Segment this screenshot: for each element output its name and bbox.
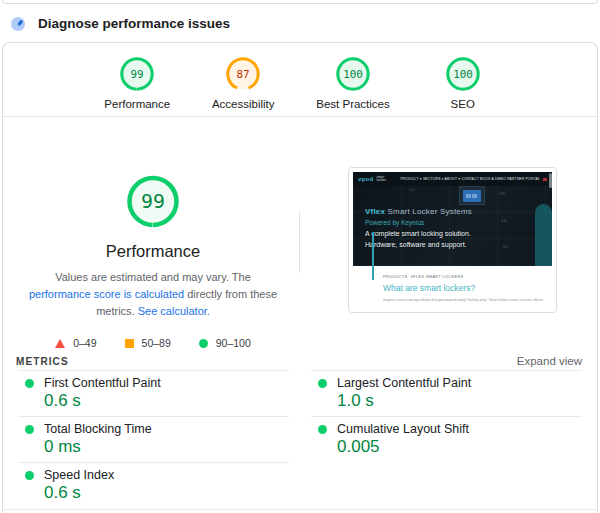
touchscreen-display <box>463 190 481 202</box>
fail-triangle-icon <box>55 339 65 348</box>
metric-cumulative-layout-shift: Cumulative Layout Shift 0.005 <box>311 416 582 462</box>
legend-item-average: 50–89 <box>125 337 171 349</box>
metric-value: 0.005 <box>337 437 582 457</box>
legend-range: 90–100 <box>216 337 251 349</box>
metrics-header: METRICS Expand view <box>3 349 597 370</box>
svg-text:100: 100 <box>453 68 473 81</box>
metric-name: Speed Index <box>44 468 114 482</box>
pagespeed-report: Diagnose performance issues 99 Performan… <box>0 0 600 513</box>
metrics-grid: First Contentful Paint 0.6 s Total Block… <box>3 370 597 508</box>
metric-value: 0 ms <box>44 437 289 457</box>
metrics-column-left: First Contentful Paint 0.6 s Total Block… <box>18 370 289 508</box>
metrics-label: METRICS <box>16 356 69 367</box>
site-logo-suffix: smart lockers <box>377 176 391 182</box>
site-hero: 021 035 036 037 Vflex Smart Locker Syste… <box>353 186 552 266</box>
average-square-icon <box>125 339 134 348</box>
site-breadcrumb: PRODUCTS: VFLEX SMART LOCKERS <box>383 275 552 279</box>
performance-score-gauge: 99 <box>117 175 189 228</box>
hero-subtitle: Powered by Keynius <box>365 219 472 226</box>
report-card: 99 Performance 87 Accessibility 100 Bes <box>2 42 598 513</box>
gauge-ring: 100 <box>444 55 482 93</box>
score-gauge-accessibility[interactable]: 87 Accessibility <box>210 55 276 110</box>
pass-dot-icon <box>25 471 34 480</box>
metric-name: Total Blocking Time <box>44 422 152 436</box>
metric-speed-index: Speed Index 0.6 s <box>18 462 289 508</box>
legend-range: 0–49 <box>73 337 96 349</box>
gauge-ring: 99 <box>118 55 156 93</box>
vertical-divider <box>299 211 300 273</box>
site-body-text: Imagine a secure storage solution that g… <box>383 298 543 302</box>
performance-summary: 99 Performance Values are estimated and … <box>3 117 303 349</box>
performance-calc-link[interactable]: performance score is calculated <box>29 288 184 300</box>
legend-item-fail: 0–49 <box>55 337 96 349</box>
site-content-section: PRODUCTS: VFLEX SMART LOCKERS What are s… <box>353 266 552 308</box>
svg-text:100: 100 <box>343 68 363 81</box>
pass-dot-icon <box>25 425 34 434</box>
legend-item-pass: 90–100 <box>199 337 251 349</box>
locker-number: 037 <box>503 245 509 249</box>
hero-title-highlight: Vflex <box>365 207 385 216</box>
locker-number: 021 <box>409 188 415 192</box>
score-label: Performance <box>104 98 170 110</box>
metric-name: Cumulative Layout Shift <box>337 422 469 436</box>
site-logo: vpod <box>358 176 374 182</box>
card-bottom-divider <box>3 509 597 513</box>
teal-decor-shape <box>535 204 552 266</box>
pass-dot-icon <box>318 425 327 434</box>
category-scores: 99 Performance 87 Accessibility 100 Bes <box>3 43 597 116</box>
locker-number: 036 <box>501 219 507 223</box>
site-screenshot: vpod smart lockers PRODUCT ▾ SECTORS ▾ A… <box>353 172 552 308</box>
scrollbar-thumb <box>549 173 552 188</box>
description-text: Values are estimated and may vary. The <box>55 271 251 283</box>
score-label: Accessibility <box>212 98 275 110</box>
metric-total-blocking-time: Total Blocking Time 0 ms <box>18 416 289 462</box>
metric-first-contentful-paint: First Contentful Paint 0.6 s <box>18 370 289 416</box>
performance-description: Values are estimated and may vary. The p… <box>24 269 282 320</box>
score-gauge-seo[interactable]: 100 SEO <box>430 55 496 110</box>
svg-text:87: 87 <box>237 68 250 81</box>
metric-name: Largest Contentful Paint <box>337 376 471 390</box>
metric-name: First Contentful Paint <box>44 376 161 390</box>
hero-tagline-2: Hardware, software and support. <box>365 240 472 249</box>
pass-dot-icon <box>318 379 327 388</box>
hero-tagline-1: A complete smart locking solution. <box>365 229 472 238</box>
gauge-ring: 100 <box>334 55 372 93</box>
section-header: Diagnose performance issues <box>0 4 600 42</box>
metrics-column-right: Largest Contentful Paint 1.0 s Cumulativ… <box>311 370 582 508</box>
expand-view-button[interactable]: Expand view <box>517 355 582 367</box>
performance-overview: 99 Performance Values are estimated and … <box>3 117 597 349</box>
score-label: Best Practices <box>316 98 390 110</box>
metric-value: 0.6 s <box>44 391 289 411</box>
teal-accent-line <box>372 232 374 280</box>
locker-touchscreen <box>459 186 485 205</box>
site-section-heading: What are smart lockers? <box>383 283 552 293</box>
hero-title-rest: Smart Locker Systems <box>385 207 472 216</box>
score-gauge-best-practices[interactable]: 100 Best Practices <box>316 55 390 110</box>
score-legend: 0–49 50–89 90–100 <box>55 337 251 349</box>
hero-title: Vflex Smart Locker Systems <box>365 207 472 216</box>
legend-range: 50–89 <box>142 337 171 349</box>
flag-icon <box>543 178 547 181</box>
svg-text:99: 99 <box>141 190 165 213</box>
gauge-ring: 87 <box>224 55 262 93</box>
site-navbar: vpod smart lockers PRODUCT ▾ SECTORS ▾ A… <box>353 172 552 186</box>
locker-number: 035 <box>499 192 505 196</box>
pass-circle-icon <box>199 339 208 348</box>
score-gauge-performance[interactable]: 99 Performance <box>104 55 170 110</box>
site-menu: PRODUCT ▾ SECTORS ▾ ABOUT ▾ CONTACT BOOK… <box>394 177 540 181</box>
metric-value: 0.6 s <box>44 483 289 503</box>
section-title: Diagnose performance issues <box>38 16 230 31</box>
metric-value: 1.0 s <box>337 391 582 411</box>
hero-text: Vflex Smart Locker Systems Powered by Ke… <box>365 207 472 249</box>
performance-title: Performance <box>106 242 200 261</box>
svg-text:99: 99 <box>131 68 144 81</box>
metric-largest-contentful-paint: Largest Contentful Paint 1.0 s <box>311 370 582 416</box>
pass-dot-icon <box>25 379 34 388</box>
speedometer-icon <box>11 17 25 31</box>
score-label: SEO <box>451 98 475 110</box>
page-screenshot-thumbnail[interactable]: vpod smart lockers PRODUCT ▾ SECTORS ▾ A… <box>348 167 557 313</box>
see-calculator-link[interactable]: See calculator. <box>138 305 210 317</box>
